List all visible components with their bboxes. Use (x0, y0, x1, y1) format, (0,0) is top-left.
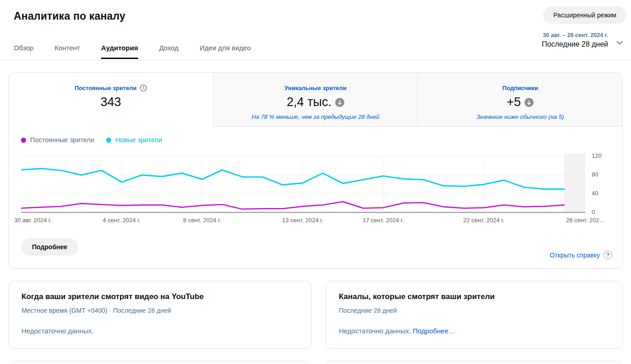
metric-note: На 78 % меньше, чем за предыдущие 28 дне… (214, 113, 418, 120)
tab-audience[interactable]: Аудитория (101, 40, 138, 59)
metric-label: Уникальные зрители (284, 85, 346, 91)
open-help-label: Открыть справку (550, 252, 600, 259)
partial-card (326, 361, 623, 364)
down-trend-icon (335, 98, 344, 107)
insufficient-data-message: Недостаточно данных. Подробнее… (339, 327, 455, 335)
chevron-down-icon[interactable] (615, 37, 625, 48)
channel-analytics-page: Аналитика по каналу Расширенный режим Об… (0, 0, 631, 364)
legend-item-new-viewers: Новые зрители (106, 136, 162, 144)
metric-tab-returning-viewers[interactable]: Постоянные зрители 343 (9, 73, 213, 127)
y-axis-tick: 120 (592, 152, 602, 159)
channels-viewers-watch-card: Каналы, которые смотрят ваши зрители Пос… (326, 281, 623, 349)
legend-item-returning-viewers: Постоянные зрители (21, 136, 94, 144)
y-axis-tick: 80 (592, 171, 598, 178)
metric-label: Подписчики (503, 85, 538, 91)
legend-label: Постоянные зрители (30, 136, 94, 144)
x-axis-tick: 8 сент. 2024 г. (183, 217, 221, 224)
viewers-line-chart[interactable] (21, 154, 585, 213)
help-question-icon: ? (604, 251, 612, 259)
magenta-dot-icon (21, 138, 26, 143)
page-title: Аналитика по каналу (14, 10, 125, 22)
metric-value: +5 (507, 95, 521, 109)
y-axis-tick: 40 (592, 190, 598, 197)
date-preset-text: Последние 28 дней (542, 40, 608, 48)
legend-label: Новые зрители (115, 136, 162, 144)
date-range-text: 30 авг. – 26 сент. 2024 г. (542, 32, 608, 38)
advanced-mode-button[interactable]: Расширенный режим (543, 6, 626, 24)
down-trend-icon (524, 98, 534, 107)
tab-video-ideas[interactable]: Идеи для видео (200, 40, 251, 59)
tab-content[interactable]: Контент (54, 40, 80, 59)
card-title: Каналы, которые смотрят ваши зрители (339, 292, 495, 301)
metric-value: 2,4 тыс. (287, 95, 332, 109)
see-more-button[interactable]: Подробнее (21, 238, 78, 256)
clock-icon (139, 84, 147, 92)
open-help-link[interactable]: Открыть справку ? (550, 251, 612, 259)
learn-more-link[interactable]: Подробнее… (413, 327, 455, 335)
x-axis-tick: 4 сент. 2024 г. (103, 217, 141, 224)
card-subtitle: Последние 28 дней (339, 307, 397, 314)
x-axis-tick: 13 сент. 2024 г. (282, 217, 323, 224)
cyan-dot-icon (106, 138, 111, 143)
audience-analytics-card: Постоянные зрители 343 Уникальные зрител… (8, 72, 623, 269)
metric-tab-subscribers[interactable]: Подписчики +5 Значение ниже обычного (на… (417, 73, 622, 127)
x-axis-tick: 22 сент. 2024 г. (463, 217, 504, 224)
tab-overview[interactable]: Обзор (14, 40, 33, 59)
chart-legend: Постоянные зрители Новые зрители (21, 136, 162, 144)
x-axis-labels: 30 авг. 2024 г.4 сент. 2024 г.8 сент. 20… (9, 217, 623, 226)
x-axis-tick: 30 авг. 2024 г. (14, 217, 52, 224)
header-divider (0, 60, 631, 60)
metric-label: Постоянные зрители (75, 85, 137, 91)
y-axis-tick: 0 (592, 209, 595, 215)
x-axis-tick: 17 сент. 2024 г. (363, 217, 404, 224)
partial-card (8, 361, 312, 364)
metric-tab-unique-viewers[interactable]: Уникальные зрители 2,4 тыс. На 78 % мень… (213, 73, 418, 127)
metric-note: Значение ниже обычного (на 5) (418, 113, 622, 120)
metric-tabs-row: Постоянные зрители 343 Уникальные зрител… (9, 73, 622, 127)
analytics-nav-tabs: Обзор Контент Аудитория Доход Идеи для в… (14, 40, 251, 59)
date-range-picker[interactable]: 30 авг. – 26 сент. 2024 г. Последние 28 … (542, 32, 608, 48)
x-axis-tick: 26 сент. 202… (566, 217, 605, 224)
card-title: Когда ваши зрители смотрят видео на YouT… (21, 292, 203, 301)
tab-revenue[interactable]: Доход (159, 40, 179, 59)
metric-value: 343 (101, 95, 121, 109)
insufficient-data-message: Недостаточно данных. (21, 327, 94, 335)
when-viewers-watch-card: Когда ваши зрители смотрят видео на YouT… (8, 281, 312, 349)
card-subtitle: Местное время (GMT +0400) · Последние 28… (21, 307, 171, 314)
